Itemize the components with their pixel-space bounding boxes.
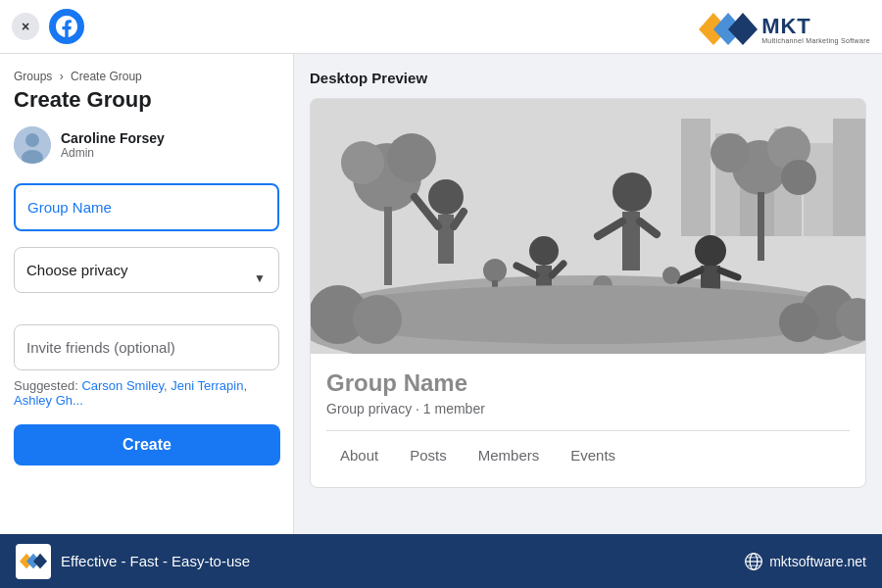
suggested-label: Suggested: bbox=[14, 378, 78, 393]
close-button[interactable]: × bbox=[12, 13, 39, 40]
svg-rect-24 bbox=[438, 215, 454, 264]
website-url: mktsoftware.net bbox=[769, 554, 866, 569]
svg-point-35 bbox=[695, 235, 726, 267]
svg-point-4 bbox=[25, 133, 39, 147]
mkt-diamond-icon bbox=[699, 8, 758, 52]
privacy-select[interactable]: Choose privacy Public Private bbox=[14, 247, 279, 293]
tab-events[interactable]: Events bbox=[557, 439, 629, 471]
suggested-link-2[interactable]: Jeni Terrapin bbox=[171, 378, 243, 393]
preview-image bbox=[311, 99, 865, 354]
top-bar: × MKT Multichannel Marketing Software bbox=[0, 0, 882, 54]
suggested-friends: Suggested: Carson Smiley, Jeni Terrapin,… bbox=[14, 378, 279, 408]
tab-members[interactable]: Members bbox=[465, 439, 554, 471]
mkt-logo: MKT Multichannel Marketing Software bbox=[699, 8, 870, 52]
breadcrumb-groups: Groups bbox=[14, 70, 52, 83]
preview-info: Group Name Group privacy · 1 member Abou… bbox=[311, 354, 865, 487]
create-button[interactable]: Create bbox=[14, 424, 280, 466]
avatar bbox=[14, 126, 51, 164]
svg-point-39 bbox=[483, 259, 507, 282]
user-info: Caroline Forsey Admin bbox=[61, 130, 165, 160]
page-title: Create Group bbox=[14, 87, 279, 113]
svg-rect-12 bbox=[833, 119, 865, 236]
user-name: Caroline Forsey bbox=[61, 130, 165, 146]
privacy-wrapper: Choose privacy Public Private ▼ bbox=[14, 247, 279, 309]
mkt-subtext: Multichannel Marketing Software bbox=[761, 37, 870, 44]
preview-group-name: Group Name bbox=[326, 369, 850, 397]
svg-point-16 bbox=[387, 133, 436, 182]
left-panel: Groups › Create Group Create Group Carol… bbox=[0, 54, 294, 534]
svg-point-27 bbox=[529, 236, 559, 266]
svg-rect-17 bbox=[384, 207, 392, 285]
preview-meta: Group privacy · 1 member bbox=[326, 401, 850, 416]
right-panel: Desktop Preview bbox=[294, 54, 882, 534]
suggested-link-3[interactable]: Ashley Gh... bbox=[14, 393, 83, 408]
user-role: Admin bbox=[61, 146, 165, 160]
svg-point-15 bbox=[341, 141, 384, 184]
group-name-input[interactable] bbox=[14, 183, 279, 231]
bottom-bar: Effective - Fast - Easy-to-use mktsoftwa… bbox=[0, 534, 882, 588]
svg-point-47 bbox=[353, 295, 402, 344]
invite-friends-input[interactable] bbox=[14, 324, 279, 370]
preview-card: Group Name Group privacy · 1 member Abou… bbox=[310, 98, 866, 488]
facebook-logo bbox=[49, 9, 84, 44]
svg-rect-22 bbox=[758, 192, 764, 261]
svg-point-21 bbox=[710, 133, 750, 172]
bottom-left: Effective - Fast - Easy-to-use bbox=[16, 544, 250, 579]
breadcrumb: Groups › Create Group bbox=[14, 70, 279, 83]
preview-label: Desktop Preview bbox=[310, 70, 866, 86]
bottom-tagline: Effective - Fast - Easy-to-use bbox=[61, 553, 250, 569]
bottom-right: mktsoftware.net bbox=[744, 552, 866, 571]
close-icon: × bbox=[22, 19, 29, 34]
svg-point-20 bbox=[781, 160, 816, 195]
mkt-text: MKT bbox=[761, 16, 870, 37]
breadcrumb-separator: › bbox=[60, 70, 64, 83]
user-row: Caroline Forsey Admin bbox=[14, 126, 279, 164]
suggested-link-1[interactable]: Carson Smiley bbox=[81, 378, 164, 393]
globe-icon bbox=[744, 552, 763, 571]
bottom-mkt-icon bbox=[16, 544, 51, 579]
tab-about[interactable]: About bbox=[326, 439, 392, 471]
svg-point-31 bbox=[612, 172, 652, 212]
svg-point-50 bbox=[779, 303, 818, 342]
breadcrumb-current: Create Group bbox=[71, 70, 142, 83]
svg-point-43 bbox=[662, 267, 680, 284]
svg-point-23 bbox=[428, 179, 464, 215]
svg-rect-7 bbox=[681, 119, 710, 236]
preview-tabs: About Posts Members Events bbox=[326, 430, 850, 471]
tab-posts[interactable]: Posts bbox=[396, 439, 461, 471]
